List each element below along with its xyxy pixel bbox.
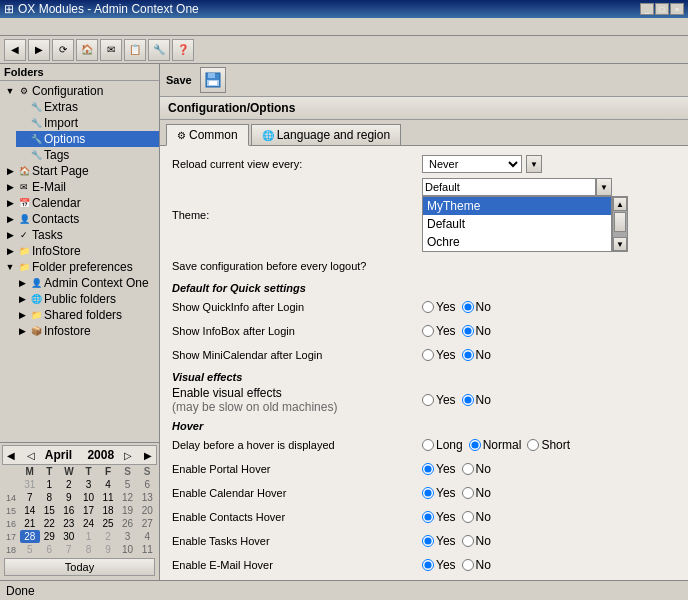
- visual-no-opt[interactable]: No: [462, 393, 491, 407]
- cal-day[interactable]: 10: [118, 543, 138, 556]
- calendar-button[interactable]: 📋: [124, 39, 146, 61]
- toggle-folderprefs[interactable]: ▼: [4, 261, 16, 273]
- reload-dropdown-arrow[interactable]: ▼: [526, 155, 542, 173]
- contacts-hover-no-radio[interactable]: [462, 511, 474, 523]
- toggle-startpage[interactable]: ▶: [4, 165, 16, 177]
- cal-day[interactable]: 2: [98, 530, 118, 543]
- cal-day[interactable]: 9: [98, 543, 118, 556]
- cal-day[interactable]: 27: [137, 517, 157, 530]
- hover-short-radio[interactable]: [527, 439, 539, 451]
- tree-item-tags[interactable]: 🔧 Tags: [16, 147, 159, 163]
- hover-normal-radio[interactable]: [469, 439, 481, 451]
- cal-next[interactable]: ▶: [142, 450, 154, 461]
- contacts-hover-yes-radio[interactable]: [422, 511, 434, 523]
- minical-yes-opt[interactable]: Yes: [422, 348, 456, 362]
- cal-day[interactable]: 17: [79, 504, 99, 517]
- cal-day[interactable]: 31: [20, 478, 40, 491]
- cal-day[interactable]: 30: [59, 530, 79, 543]
- cal-day[interactable]: 14: [20, 504, 40, 517]
- cal-day[interactable]: 24: [79, 517, 99, 530]
- visual-yes-radio[interactable]: [422, 394, 434, 406]
- visual-no-radio[interactable]: [462, 394, 474, 406]
- tree-item-publicfolders[interactable]: ▶ 🌐 Public folders: [16, 291, 159, 307]
- tree-item-admincontext[interactable]: ▶ 👤 Admin Context One: [16, 275, 159, 291]
- cal-hover-no-radio[interactable]: [462, 487, 474, 499]
- tree-item-import[interactable]: 🔧 Import: [16, 115, 159, 131]
- hover-normal-opt[interactable]: Normal: [469, 438, 522, 452]
- cal-day[interactable]: 4: [137, 530, 157, 543]
- cal-day[interactable]: 1: [40, 478, 60, 491]
- cal-day[interactable]: 1: [79, 530, 99, 543]
- cal-day[interactable]: 22: [40, 517, 60, 530]
- cal-day[interactable]: 3: [79, 478, 99, 491]
- portal-no-opt[interactable]: No: [462, 462, 491, 476]
- cal-hover-no-opt[interactable]: No: [462, 486, 491, 500]
- toggle-configuration[interactable]: ▼: [4, 85, 16, 97]
- help-button[interactable]: ❓: [172, 39, 194, 61]
- scroll-up-arrow[interactable]: ▲: [613, 197, 627, 211]
- scroll-down-arrow[interactable]: ▼: [613, 237, 627, 251]
- minical-no-radio[interactable]: [462, 349, 474, 361]
- hover-long-opt[interactable]: Long: [422, 438, 463, 452]
- toggle-publicfolders[interactable]: ▶: [16, 293, 28, 305]
- cal-day[interactable]: 19: [118, 504, 138, 517]
- cal-day[interactable]: 16: [59, 504, 79, 517]
- reload-select[interactable]: Never 5 minutes 10 minutes 30 minutes: [422, 155, 522, 173]
- theme-option-mytheme[interactable]: MyTheme: [423, 197, 611, 215]
- scroll-thumb[interactable]: [614, 212, 626, 232]
- tree-item-tasks[interactable]: ▶ ✓ Tasks: [4, 227, 159, 243]
- tree-item-infostore-folder[interactable]: ▶ 📦 Infostore: [16, 323, 159, 339]
- maximize-button[interactable]: □: [655, 3, 669, 15]
- theme-option-ochre[interactable]: Ochre: [423, 233, 611, 251]
- portal-yes-opt[interactable]: Yes: [422, 462, 456, 476]
- toggle-tasks[interactable]: ▶: [4, 229, 16, 241]
- home-button[interactable]: 🏠: [76, 39, 98, 61]
- cal-day[interactable]: 21: [20, 517, 40, 530]
- refresh-button[interactable]: ⟳: [52, 39, 74, 61]
- cal-day[interactable]: 23: [59, 517, 79, 530]
- email-button[interactable]: ✉: [100, 39, 122, 61]
- tree-item-email[interactable]: ▶ ✉ E-Mail: [4, 179, 159, 195]
- tree-item-startpage[interactable]: ▶ 🏠 Start Page: [4, 163, 159, 179]
- minimize-button[interactable]: _: [640, 3, 654, 15]
- cal-day[interactable]: 3: [118, 530, 138, 543]
- cal-day[interactable]: 12: [118, 491, 138, 504]
- minical-no-opt[interactable]: No: [462, 348, 491, 362]
- contacts-hover-yes-opt[interactable]: Yes: [422, 510, 456, 524]
- cal-day[interactable]: 20: [137, 504, 157, 517]
- tree-item-contacts[interactable]: ▶ 👤 Contacts: [4, 211, 159, 227]
- cal-day[interactable]: 18: [98, 504, 118, 517]
- forward-button[interactable]: ▶: [28, 39, 50, 61]
- quickinfo-no-opt[interactable]: No: [462, 300, 491, 314]
- cal-hover-yes-opt[interactable]: Yes: [422, 486, 456, 500]
- portal-no-radio[interactable]: [462, 463, 474, 475]
- cal-hover-yes-radio[interactable]: [422, 487, 434, 499]
- cal-day[interactable]: 2: [59, 478, 79, 491]
- cal-prev[interactable]: ◀: [5, 450, 17, 461]
- cal-day[interactable]: 26: [118, 517, 138, 530]
- cal-day[interactable]: 4: [98, 478, 118, 491]
- cal-day[interactable]: 8: [40, 491, 60, 504]
- hover-long-radio[interactable]: [422, 439, 434, 451]
- toggle-admincontext[interactable]: ▶: [16, 277, 28, 289]
- tab-language-region[interactable]: 🌐 Language and region: [251, 124, 401, 145]
- cal-prev2[interactable]: ◁: [25, 450, 37, 461]
- tree-item-extras[interactable]: 🔧 Extras: [16, 99, 159, 115]
- toggle-contacts[interactable]: ▶: [4, 213, 16, 225]
- cal-day[interactable]: 11: [137, 543, 157, 556]
- theme-option-default[interactable]: Default: [423, 215, 611, 233]
- infobox-yes-radio[interactable]: [422, 325, 434, 337]
- tasks-hover-no-radio[interactable]: [462, 535, 474, 547]
- toggle-infostore-folder[interactable]: ▶: [16, 325, 28, 337]
- email-hover-no-radio[interactable]: [462, 559, 474, 571]
- visual-yes-opt[interactable]: Yes: [422, 393, 456, 407]
- cal-day[interactable]: 7: [20, 491, 40, 504]
- cal-day[interactable]: 9: [59, 491, 79, 504]
- infobox-yes-opt[interactable]: Yes: [422, 324, 456, 338]
- cal-day[interactable]: 6: [137, 478, 157, 491]
- today-button[interactable]: Today: [4, 558, 155, 576]
- close-button[interactable]: ×: [670, 3, 684, 15]
- cal-day[interactable]: 10: [79, 491, 99, 504]
- tree-item-calendar[interactable]: ▶ 📅 Calendar: [4, 195, 159, 211]
- email-hover-no-opt[interactable]: No: [462, 558, 491, 572]
